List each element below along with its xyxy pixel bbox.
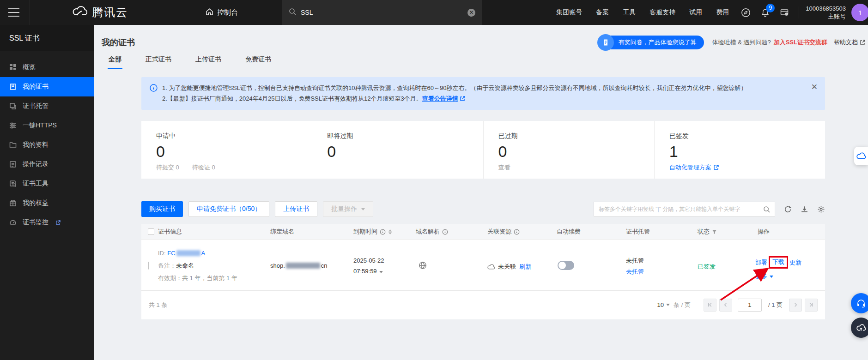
sidebar-item-cert-monitor[interactable]: 证书监控 xyxy=(0,213,94,232)
sidebar-item-my-certificates[interactable]: 我的证书 xyxy=(0,77,94,96)
page-title: 我的证书 xyxy=(102,37,135,48)
batch-operation-button[interactable]: 批量操作 xyxy=(323,201,373,217)
notice-banner: 1. 为了您能更便捷地管理SSL证书，控制台已支持自动查询证书关联的10种腾讯云… xyxy=(141,77,825,110)
floating-support-widget[interactable] xyxy=(851,293,868,313)
redacted-domain xyxy=(286,263,320,269)
console-link[interactable]: 控制台 xyxy=(206,8,238,17)
notice-line-2: 2.【最新】接证书厂商通知，2024年4月25日以后，免费SSL证书有效期将从1… xyxy=(162,93,803,104)
floating-cloud-widget[interactable] xyxy=(851,318,868,338)
sidebar-item-one-click-https[interactable]: 一键HTTPS xyxy=(0,116,94,135)
prev-page-button[interactable] xyxy=(719,299,732,312)
go-hosting-link[interactable]: 去托管 xyxy=(626,266,644,277)
folder-icon xyxy=(9,141,17,149)
help-doc-link[interactable]: 帮助文档 xyxy=(834,38,865,47)
more-actions-link[interactable]: 更多 xyxy=(755,272,767,281)
stat-expiring-soon: 即将过期 0 xyxy=(312,121,483,179)
refresh-icon[interactable] xyxy=(784,205,792,213)
floating-docs-widget[interactable] xyxy=(854,147,868,165)
upload-certificate-button[interactable]: 上传证书 xyxy=(275,201,317,217)
survey-doc-icon xyxy=(597,34,614,51)
filter-icon[interactable] xyxy=(712,229,717,234)
hamburger-menu-icon[interactable] xyxy=(8,8,19,17)
feedback-icon[interactable] xyxy=(736,8,756,18)
home-icon xyxy=(206,8,213,17)
cert-info-cell: ID: FCA 备注：未命名 有效期：共 1 年，当前第 1 年 xyxy=(158,247,237,284)
download-list-icon[interactable] xyxy=(801,205,808,213)
notifications-bell-icon[interactable]: 9 xyxy=(756,8,775,17)
nav-billing[interactable]: 费用 xyxy=(709,8,736,17)
update-link[interactable]: 更新 xyxy=(789,258,801,267)
sidebar-item-my-benefits[interactable]: 我的权益 xyxy=(0,193,94,213)
info-icon[interactable] xyxy=(514,229,520,235)
sidebar-item-operation-log[interactable]: 操作记录 xyxy=(0,155,94,174)
current-page-input[interactable] xyxy=(738,299,762,312)
account-id: 100036853503 xyxy=(806,5,846,12)
certificates-table: 证书信息 绑定域名 到期时间 域名解析 关联资源 自 xyxy=(141,224,825,319)
nav-support[interactable]: 客服支持 xyxy=(643,8,682,17)
nav-group-account[interactable]: 集团账号 xyxy=(549,8,589,17)
auto-renew-toggle[interactable] xyxy=(558,261,574,270)
refresh-resource-link[interactable]: 刷新 xyxy=(519,263,531,271)
cert-id[interactable]: ID: FCA xyxy=(158,247,237,259)
avatar[interactable]: 1 xyxy=(851,4,868,21)
tencent-cloud-logo[interactable]: 腾讯云 xyxy=(72,5,128,20)
info-icon[interactable] xyxy=(380,229,386,235)
table-header: 证书信息 绑定域名 到期时间 域名解析 关联资源 自 xyxy=(141,224,825,240)
buy-certificate-button[interactable]: 购买证书 xyxy=(141,201,183,217)
search-icon xyxy=(289,8,296,17)
account-type: 主账号 xyxy=(806,12,846,20)
row-checkbox[interactable] xyxy=(148,262,149,270)
nav-trial[interactable]: 试用 xyxy=(682,8,709,17)
chevron-down-icon xyxy=(666,304,670,306)
join-group-link[interactable]: 加入SSL证书交流群 xyxy=(774,38,827,47)
page-size-select[interactable]: 10 xyxy=(657,301,670,308)
chevron-down-icon[interactable] xyxy=(379,271,383,273)
next-page-button[interactable] xyxy=(789,299,802,312)
divider xyxy=(30,0,30,25)
sidebar-item-cert-hosting[interactable]: 证书托管 xyxy=(0,96,94,116)
sort-icon[interactable] xyxy=(388,229,392,235)
deploy-link[interactable]: 部署 xyxy=(755,258,767,267)
tab-paid-certs[interactable]: 正式证书 xyxy=(145,52,172,69)
redacted-id xyxy=(176,250,200,256)
console-manage-icon[interactable] xyxy=(775,8,794,17)
keyword-search-input[interactable] xyxy=(599,206,763,212)
cloud-logo-icon xyxy=(72,6,87,19)
stat-sub-pending-verify[interactable]: 待验证 0 xyxy=(192,163,215,172)
cloud-icon xyxy=(856,152,866,160)
notification-badge: 9 xyxy=(766,4,775,12)
tab-uploaded-certs[interactable]: 上传证书 xyxy=(194,52,222,69)
tab-free-certs[interactable]: 免费证书 xyxy=(244,52,272,69)
apply-free-certificate-button[interactable]: 申请免费证书（0/50） xyxy=(188,201,269,217)
stat-expired-value: 0 xyxy=(498,142,654,161)
stat-issued: 已签发 1 自动化管理方案 xyxy=(655,121,825,179)
column-settings-icon[interactable] xyxy=(817,205,825,213)
search-icon[interactable] xyxy=(763,206,770,213)
sidebar-item-cert-tools[interactable]: 证书工具 xyxy=(0,174,94,193)
download-link[interactable]: 下载 xyxy=(772,258,784,265)
close-icon[interactable]: ✕ xyxy=(811,83,818,104)
survey-banner-button[interactable]: 有奖问卷，产品体验您说了算 xyxy=(598,36,704,49)
sidebar-item-my-profile[interactable]: 我的资料 xyxy=(0,135,94,155)
first-page-button[interactable] xyxy=(704,299,716,312)
external-link-icon xyxy=(713,165,719,170)
automation-plan-link[interactable]: 自动化管理方案 xyxy=(669,163,825,172)
dns-resolve-cell[interactable] xyxy=(419,261,427,271)
sidebar-item-overview[interactable]: 概览 xyxy=(0,58,94,77)
view-link[interactable]: 查看 xyxy=(498,163,510,172)
select-all-checkbox[interactable] xyxy=(148,228,154,235)
actions-cell: 部署 下载 更新 更多 xyxy=(755,256,801,281)
sidebar: SSL 证书 概览 我的证书 证书托管 一键HTTPS 我的资料 xyxy=(0,25,94,360)
clear-search-icon[interactable]: ✕ xyxy=(467,9,475,17)
nav-icp[interactable]: 备案 xyxy=(589,8,616,17)
stat-sub-pending-submit[interactable]: 待提交 0 xyxy=(156,163,179,172)
last-page-button[interactable] xyxy=(805,299,818,312)
nav-tools[interactable]: 工具 xyxy=(616,8,643,17)
announcement-link[interactable]: 查看公告详情 xyxy=(422,95,458,102)
info-icon[interactable] xyxy=(442,229,448,235)
account-info[interactable]: 100036853503 主账号 xyxy=(806,5,846,20)
global-search-input[interactable] xyxy=(301,9,467,16)
hosting-icon xyxy=(9,102,17,110)
external-link-icon xyxy=(55,220,61,225)
tab-all[interactable]: 全部 xyxy=(108,52,122,69)
